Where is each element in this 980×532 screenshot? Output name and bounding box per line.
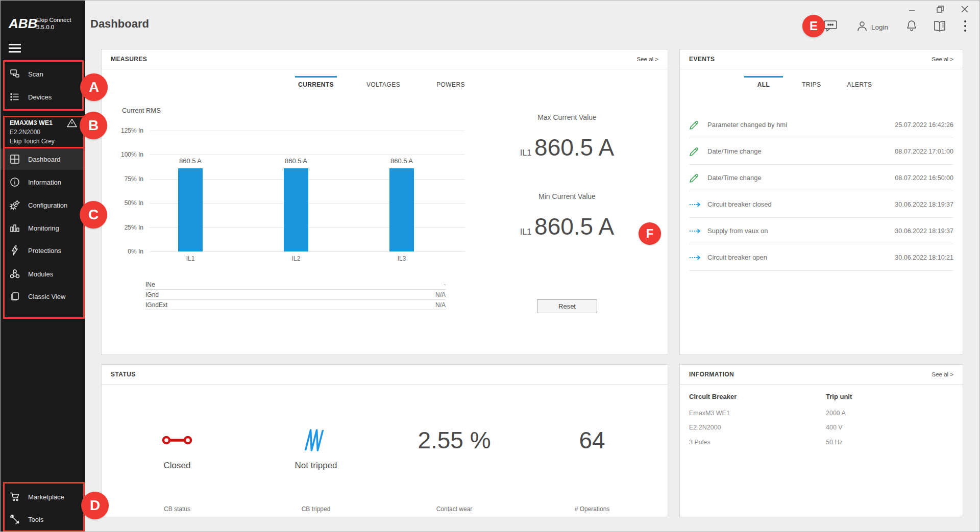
measures-title: MEASURES [111, 56, 147, 63]
cb-tripped-icon [260, 424, 372, 457]
sidebar-item-label: Monitoring [28, 224, 59, 232]
contact-wear-value: 2.55 % [418, 426, 491, 454]
tab-alerts[interactable]: ALERTS [843, 76, 876, 88]
event-time: 25.07.2022 16:42:26 [895, 121, 953, 129]
events-see-all-link[interactable]: See al > [932, 56, 953, 62]
sidebar-item-marketplace[interactable]: Marketplace [1, 486, 85, 508]
bar-value-label: 860.5 A [390, 157, 413, 165]
login-button[interactable]: Login [856, 20, 888, 34]
bar-chart-icon [10, 223, 20, 233]
max-current-value: IL1860.5 A [470, 134, 664, 161]
notifications-bell-icon[interactable] [905, 19, 918, 33]
device-selector[interactable]: EMAXM3 WE1 E2.2N2000 Ekip Touch Grey [10, 119, 81, 145]
tab-currents[interactable]: CURRENTS [298, 76, 334, 88]
event-row: Supply from vaux on 30.06.2022 18:19:37 [689, 218, 953, 244]
max-current-phase: IL1 [520, 148, 531, 157]
sidebar-item-label: Marketplace [28, 493, 64, 501]
contact-wear-label: Contact wear [398, 505, 510, 513]
event-label: Circuit breaker closed [707, 200, 895, 208]
contact-wear-block: 2.55 % Contact wear [398, 384, 510, 518]
sidebar-item-configuration[interactable]: Configuration [1, 194, 85, 216]
y-tick: 125% In [113, 127, 143, 134]
pencil-icon [689, 173, 701, 183]
sidebar-item-information[interactable]: Information [1, 171, 85, 193]
operations-label: # Operations [536, 505, 648, 513]
tools-icon [10, 514, 20, 524]
app-window: ABB Ekip Connect 3.5.0.0 Scan Devices EM… [0, 0, 980, 532]
info-value: E2.2N2000 [689, 424, 721, 431]
column-header: Trip unit [826, 393, 852, 400]
annotation-marker-d: D [81, 492, 109, 519]
sidebar-item-label: Classic View [28, 293, 65, 300]
sidebar-item-modules[interactable]: Modules [1, 263, 85, 285]
minimize-button[interactable] [908, 7, 916, 16]
abb-logo: ABB [9, 16, 37, 32]
annotation-marker-c: C [80, 201, 107, 229]
event-time: 30.06.2022 18:19:37 [895, 227, 953, 235]
information-title: INFORMATION [689, 371, 734, 378]
annotation-marker-f: F [639, 222, 661, 245]
event-time: 08.07.2022 17:01:00 [895, 148, 953, 155]
information-see-all-link[interactable]: See al > [932, 371, 953, 377]
bar-il1 [178, 168, 203, 251]
sidebar-item-label: Protections [28, 247, 61, 255]
event-row: Circuit breaker closed 30.06.2022 18:19:… [689, 191, 953, 218]
bar-category-label: IL3 [389, 255, 414, 262]
cb-status-value: Closed [121, 461, 233, 471]
row-value: N/A [435, 291, 446, 298]
sidebar-item-tools[interactable]: Tools [1, 509, 85, 530]
cb-status-block: Closed CB status [121, 384, 233, 518]
tab-powers[interactable]: POWERS [433, 76, 469, 88]
close-button[interactable] [960, 5, 969, 16]
event-row: Date/Time change 08.07.2022 17:01:00 [689, 138, 953, 165]
sidebar-item-scan[interactable]: Scan [1, 63, 85, 85]
event-time: 30.06.2022 18:10:21 [895, 254, 953, 261]
app-name: Ekip Connect [36, 16, 71, 23]
row-label: IGndExt [145, 301, 167, 309]
tab-voltages[interactable]: VOLTAGES [365, 76, 401, 88]
cb-closed-icon [121, 424, 233, 457]
events-tabs: ALL TRIPS ALERTS [747, 76, 876, 88]
device-trip-unit: Ekip Touch Grey [10, 138, 81, 145]
user-icon [856, 20, 868, 34]
pages-icon [10, 291, 20, 301]
modules-icon [10, 269, 20, 279]
sidebar-item-classic-view[interactable]: Classic View [1, 286, 85, 307]
event-row: Date/Time change 08.07.2022 16:50:00 [689, 165, 953, 191]
row-value: N/A [435, 301, 446, 309]
tab-all[interactable]: ALL [747, 76, 780, 88]
table-row: IGnd N/A [145, 290, 446, 300]
sidebar-item-devices[interactable]: Devices [1, 86, 85, 108]
events-list: Parameter changed by hmi 25.07.2022 16:4… [680, 112, 963, 271]
information-panel: INFORMATION See al > Circuit Breaker Ema… [679, 364, 963, 517]
kebab-menu-icon[interactable] [963, 19, 967, 33]
min-current-phase: IL1 [520, 227, 531, 236]
sidebar-item-dashboard[interactable]: Dashboard [1, 148, 85, 170]
info-value: EmaxM3 WE1 [689, 410, 730, 417]
sidebar-item-monitoring[interactable]: Monitoring [1, 217, 85, 239]
scan-icon [10, 69, 20, 79]
warning-icon [67, 118, 77, 130]
cb-status-label: CB status [121, 505, 233, 513]
dashboard-icon [10, 154, 20, 164]
row-value: - [444, 281, 446, 288]
manual-book-icon[interactable] [933, 20, 947, 33]
sidebar-item-protections[interactable]: Protections [1, 240, 85, 261]
cb-tripped-label: CB tripped [260, 505, 372, 513]
devices-list-icon [10, 92, 20, 102]
measures-see-all-link[interactable]: See al > [636, 56, 658, 62]
reset-button[interactable]: Reset [537, 299, 597, 313]
tab-trips[interactable]: TRIPS [795, 76, 828, 88]
restore-window-button[interactable] [936, 5, 945, 16]
bar-value-label: 860.5 A [285, 157, 307, 165]
dashed-arrow-icon [689, 255, 701, 261]
neutral-ground-table: INe - IGnd N/A IGndExt N/A [145, 280, 446, 310]
gears-icon [10, 200, 20, 210]
table-row: INe - [145, 280, 446, 290]
event-time: 30.06.2022 18:19:37 [895, 201, 953, 208]
sidebar-item-label: Configuration [28, 201, 67, 209]
chat-icon[interactable] [823, 19, 838, 33]
hamburger-menu-icon[interactable] [9, 44, 21, 53]
annotation-marker-a: A [80, 73, 108, 101]
row-label: IGnd [145, 291, 159, 298]
